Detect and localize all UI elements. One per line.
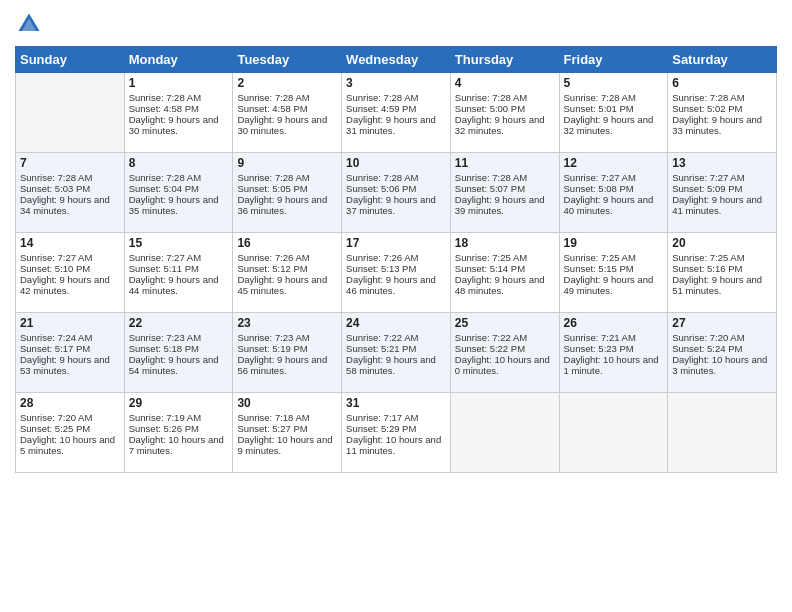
calendar-cell: 17Sunrise: 7:26 AMSunset: 5:13 PMDayligh… xyxy=(342,233,451,313)
sunset: Sunset: 5:06 PM xyxy=(346,183,416,194)
daylight: Daylight: 10 hours and 3 minutes. xyxy=(672,354,767,376)
sunset: Sunset: 5:09 PM xyxy=(672,183,742,194)
sunset: Sunset: 4:59 PM xyxy=(346,103,416,114)
calendar-cell: 25Sunrise: 7:22 AMSunset: 5:22 PMDayligh… xyxy=(450,313,559,393)
sunrise: Sunrise: 7:20 AM xyxy=(20,412,92,423)
calendar-cell: 12Sunrise: 7:27 AMSunset: 5:08 PMDayligh… xyxy=(559,153,668,233)
calendar-cell: 24Sunrise: 7:22 AMSunset: 5:21 PMDayligh… xyxy=(342,313,451,393)
day-number: 22 xyxy=(129,316,229,330)
daylight: Daylight: 10 hours and 7 minutes. xyxy=(129,434,224,456)
day-number: 1 xyxy=(129,76,229,90)
sunset: Sunset: 5:07 PM xyxy=(455,183,525,194)
daylight: Daylight: 9 hours and 35 minutes. xyxy=(129,194,219,216)
day-number: 6 xyxy=(672,76,772,90)
sunrise: Sunrise: 7:23 AM xyxy=(237,332,309,343)
sunrise: Sunrise: 7:28 AM xyxy=(129,172,201,183)
calendar-container: SundayMondayTuesdayWednesdayThursdayFrid… xyxy=(0,0,792,483)
calendar-cell: 3Sunrise: 7:28 AMSunset: 4:59 PMDaylight… xyxy=(342,73,451,153)
calendar-cell: 5Sunrise: 7:28 AMSunset: 5:01 PMDaylight… xyxy=(559,73,668,153)
sunrise: Sunrise: 7:28 AM xyxy=(346,172,418,183)
daylight: Daylight: 10 hours and 5 minutes. xyxy=(20,434,115,456)
calendar-cell: 30Sunrise: 7:18 AMSunset: 5:27 PMDayligh… xyxy=(233,393,342,473)
sunset: Sunset: 5:25 PM xyxy=(20,423,90,434)
sunrise: Sunrise: 7:25 AM xyxy=(564,252,636,263)
daylight: Daylight: 9 hours and 36 minutes. xyxy=(237,194,327,216)
sunset: Sunset: 5:29 PM xyxy=(346,423,416,434)
calendar-cell: 26Sunrise: 7:21 AMSunset: 5:23 PMDayligh… xyxy=(559,313,668,393)
day-number: 17 xyxy=(346,236,446,250)
calendar-cell: 27Sunrise: 7:20 AMSunset: 5:24 PMDayligh… xyxy=(668,313,777,393)
daylight: Daylight: 9 hours and 46 minutes. xyxy=(346,274,436,296)
day-number: 19 xyxy=(564,236,664,250)
sunset: Sunset: 5:17 PM xyxy=(20,343,90,354)
calendar-cell: 20Sunrise: 7:25 AMSunset: 5:16 PMDayligh… xyxy=(668,233,777,313)
sunset: Sunset: 5:08 PM xyxy=(564,183,634,194)
logo xyxy=(15,10,47,38)
day-number: 9 xyxy=(237,156,337,170)
daylight: Daylight: 9 hours and 33 minutes. xyxy=(672,114,762,136)
calendar-week: 21Sunrise: 7:24 AMSunset: 5:17 PMDayligh… xyxy=(16,313,777,393)
sunrise: Sunrise: 7:19 AM xyxy=(129,412,201,423)
header-day: Saturday xyxy=(668,47,777,73)
sunset: Sunset: 5:03 PM xyxy=(20,183,90,194)
calendar-cell: 2Sunrise: 7:28 AMSunset: 4:58 PMDaylight… xyxy=(233,73,342,153)
daylight: Daylight: 9 hours and 30 minutes. xyxy=(237,114,327,136)
daylight: Daylight: 10 hours and 0 minutes. xyxy=(455,354,550,376)
calendar-cell: 8Sunrise: 7:28 AMSunset: 5:04 PMDaylight… xyxy=(124,153,233,233)
day-number: 24 xyxy=(346,316,446,330)
sunrise: Sunrise: 7:28 AM xyxy=(237,172,309,183)
calendar-week: 28Sunrise: 7:20 AMSunset: 5:25 PMDayligh… xyxy=(16,393,777,473)
sunset: Sunset: 5:22 PM xyxy=(455,343,525,354)
sunset: Sunset: 5:01 PM xyxy=(564,103,634,114)
day-number: 7 xyxy=(20,156,120,170)
sunset: Sunset: 5:14 PM xyxy=(455,263,525,274)
day-number: 15 xyxy=(129,236,229,250)
daylight: Daylight: 9 hours and 32 minutes. xyxy=(455,114,545,136)
calendar-cell: 9Sunrise: 7:28 AMSunset: 5:05 PMDaylight… xyxy=(233,153,342,233)
sunrise: Sunrise: 7:26 AM xyxy=(346,252,418,263)
header-row-days: SundayMondayTuesdayWednesdayThursdayFrid… xyxy=(16,47,777,73)
header-row xyxy=(15,10,777,38)
daylight: Daylight: 9 hours and 45 minutes. xyxy=(237,274,327,296)
daylight: Daylight: 9 hours and 34 minutes. xyxy=(20,194,110,216)
sunset: Sunset: 5:10 PM xyxy=(20,263,90,274)
sunrise: Sunrise: 7:28 AM xyxy=(672,92,744,103)
daylight: Daylight: 9 hours and 32 minutes. xyxy=(564,114,654,136)
sunset: Sunset: 5:13 PM xyxy=(346,263,416,274)
calendar-cell: 15Sunrise: 7:27 AMSunset: 5:11 PMDayligh… xyxy=(124,233,233,313)
sunset: Sunset: 5:24 PM xyxy=(672,343,742,354)
calendar-cell xyxy=(668,393,777,473)
daylight: Daylight: 9 hours and 58 minutes. xyxy=(346,354,436,376)
day-number: 2 xyxy=(237,76,337,90)
calendar-cell xyxy=(450,393,559,473)
daylight: Daylight: 9 hours and 54 minutes. xyxy=(129,354,219,376)
calendar-table: SundayMondayTuesdayWednesdayThursdayFrid… xyxy=(15,46,777,473)
day-number: 30 xyxy=(237,396,337,410)
sunset: Sunset: 5:11 PM xyxy=(129,263,199,274)
sunrise: Sunrise: 7:27 AM xyxy=(564,172,636,183)
sunset: Sunset: 5:26 PM xyxy=(129,423,199,434)
sunset: Sunset: 4:58 PM xyxy=(129,103,199,114)
sunrise: Sunrise: 7:28 AM xyxy=(237,92,309,103)
day-number: 27 xyxy=(672,316,772,330)
sunrise: Sunrise: 7:20 AM xyxy=(672,332,744,343)
day-number: 31 xyxy=(346,396,446,410)
day-number: 3 xyxy=(346,76,446,90)
sunrise: Sunrise: 7:27 AM xyxy=(672,172,744,183)
calendar-cell: 21Sunrise: 7:24 AMSunset: 5:17 PMDayligh… xyxy=(16,313,125,393)
daylight: Daylight: 9 hours and 49 minutes. xyxy=(564,274,654,296)
daylight: Daylight: 9 hours and 44 minutes. xyxy=(129,274,219,296)
day-number: 12 xyxy=(564,156,664,170)
calendar-cell: 18Sunrise: 7:25 AMSunset: 5:14 PMDayligh… xyxy=(450,233,559,313)
daylight: Daylight: 10 hours and 9 minutes. xyxy=(237,434,332,456)
header-day: Friday xyxy=(559,47,668,73)
day-number: 21 xyxy=(20,316,120,330)
header-day: Tuesday xyxy=(233,47,342,73)
daylight: Daylight: 9 hours and 56 minutes. xyxy=(237,354,327,376)
calendar-cell: 14Sunrise: 7:27 AMSunset: 5:10 PMDayligh… xyxy=(16,233,125,313)
calendar-cell xyxy=(16,73,125,153)
day-number: 18 xyxy=(455,236,555,250)
day-number: 4 xyxy=(455,76,555,90)
sunrise: Sunrise: 7:28 AM xyxy=(564,92,636,103)
logo-icon xyxy=(15,10,43,38)
